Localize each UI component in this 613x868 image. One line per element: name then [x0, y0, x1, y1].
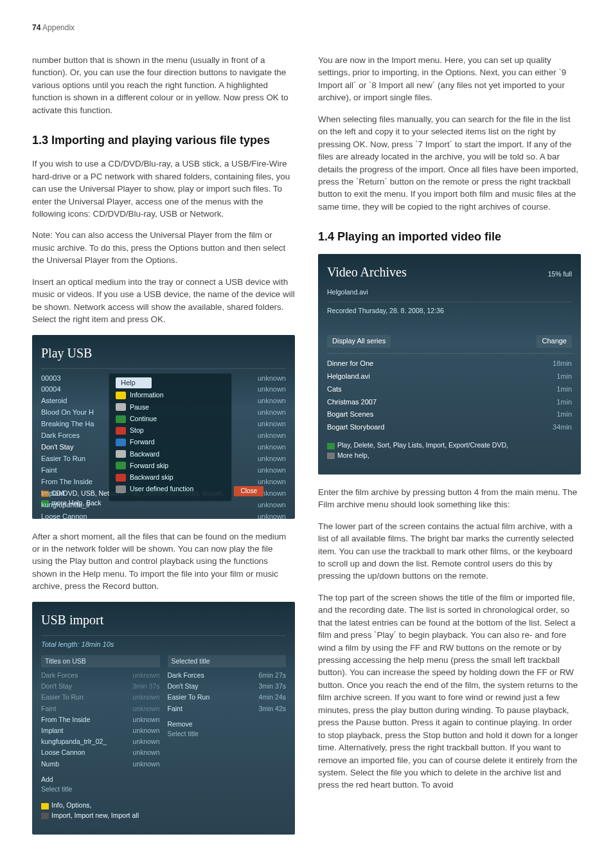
help-item[interactable]: Continue — [116, 414, 225, 424]
usb-import-screenshot: USB import Total length: 18min 10s Title… — [32, 602, 295, 835]
video-archives-screenshot: Video Archives 15% full Helgoland.avi Re… — [318, 254, 581, 474]
page-number: 74 — [32, 23, 40, 32]
list-item[interactable]: Don't Stay3min 37s — [168, 681, 287, 692]
help-item[interactable]: Backward skip — [116, 473, 225, 482]
list-item[interactable]: Helgoland.avi1min — [327, 370, 572, 383]
list-item[interactable]: Dinner for One18min — [327, 357, 572, 370]
panel-legend: Play, Delete, Sort, Play Lists, Import, … — [327, 440, 572, 460]
list-item[interactable]: Faint3min 42s — [168, 703, 287, 714]
body-text: The lower part of the screen contains th… — [318, 520, 581, 583]
body-text: After a short moment, all the files that… — [32, 530, 295, 593]
left-list-head: Titles on USB — [41, 655, 160, 667]
panel-title: Play USB — [41, 344, 286, 362]
help-item[interactable]: Pause — [116, 402, 225, 412]
panel-legend: Info, Options, Import, Import new, Impor… — [41, 800, 286, 820]
play-usb-screenshot: Play USB 00003unknown00004unknownAsteroi… — [32, 335, 295, 519]
left-column: number button that is shown in the menu … — [32, 54, 295, 846]
list-item[interactable]: Easier To Rununknown — [41, 692, 160, 703]
body-text: When selecting files manually, you can s… — [318, 113, 581, 213]
help-title: Help — [116, 377, 152, 389]
body-text: If you wish to use a CD/DVD/Blu-ray, a U… — [32, 158, 295, 220]
list-item[interactable]: kungfupanda_trunknown — [41, 500, 286, 511]
body-text: Note: You can also access the Universal … — [32, 229, 295, 266]
list-item[interactable]: Loose Cannonunknown — [41, 511, 286, 523]
help-item[interactable]: Forward skip — [116, 461, 225, 471]
list-item[interactable]: Loose Cannonunknown — [41, 747, 160, 758]
help-popup: Help InformationPauseContinueStopForward… — [109, 374, 231, 501]
help-item[interactable]: User defined function — [116, 484, 225, 494]
list-item[interactable]: kungfupanda_trlr_02_unknown — [41, 736, 160, 747]
right-column: You are now in the Import menu. Here, yo… — [318, 54, 581, 846]
section-name: Appendix — [42, 23, 75, 32]
heading-1-3: 1.3 Importing and playing various file t… — [32, 132, 295, 149]
list-item[interactable]: Faintunknown — [41, 703, 160, 714]
help-item[interactable]: Backward — [116, 449, 225, 459]
list-item[interactable]: Don't Stay3min 37s — [41, 681, 160, 692]
body-text: Insert an optical medium into the tray o… — [32, 276, 295, 326]
list-item[interactable]: Bogart Storyboard34min — [327, 421, 572, 434]
panel-title: Video Archives — [327, 263, 407, 281]
right-list-head: Selected title — [168, 655, 287, 667]
body-text: number button that is shown in the menu … — [32, 54, 295, 116]
body-text: You are now in the Import menu. Here, yo… — [318, 54, 581, 104]
help-item[interactable]: Information — [116, 390, 225, 400]
list-item[interactable]: Implantunknown — [41, 725, 160, 736]
panel-title: USB import — [41, 611, 286, 629]
select-title[interactable]: Select title — [41, 784, 160, 794]
page-header: 74 Appendix — [32, 23, 581, 32]
record-date: Recorded Thursday, 28. 8. 2008, 12:36 — [327, 306, 572, 316]
list-item[interactable]: From The Insideunknown — [41, 714, 160, 725]
list-item[interactable]: Numbunknown — [41, 759, 160, 770]
list-item[interactable]: Cats1min — [327, 383, 572, 396]
remove-button[interactable]: Remove — [168, 720, 193, 728]
add-button[interactable]: Add — [41, 775, 53, 783]
total-length: Total length: 18min 10s — [41, 640, 286, 650]
list-item[interactable]: Dark Forcesunknown — [41, 670, 160, 681]
help-item[interactable]: Stop — [116, 426, 225, 435]
body-text: The top part of the screen shows the tit… — [318, 592, 581, 791]
heading-1-4: 1.4 Playing an imported video file — [318, 228, 581, 245]
help-item[interactable]: Forward — [116, 437, 225, 447]
list-item[interactable]: Bogart Scenes1min — [327, 408, 572, 421]
body-text: Enter the film archive by pressing butto… — [318, 486, 581, 511]
select-title[interactable]: Select title — [168, 729, 287, 739]
capacity: 15% full — [548, 269, 572, 279]
selected-file: Helgoland.avi — [327, 287, 572, 297]
display-filter[interactable]: Display All series — [327, 335, 391, 348]
list-item[interactable]: Easier To Run4min 24s — [168, 692, 287, 703]
close-button[interactable]: Close — [234, 486, 263, 497]
list-item[interactable]: Christmas 20071min — [327, 396, 572, 409]
change-button[interactable]: Change — [537, 335, 572, 348]
list-item[interactable]: Dark Forces6min 27s — [168, 670, 287, 681]
